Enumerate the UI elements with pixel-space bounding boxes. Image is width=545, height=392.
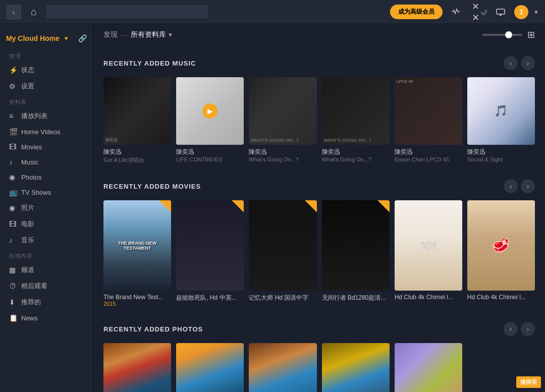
sidebar-item-playlist[interactable]: ≡ 播放列表: [0, 108, 93, 124]
music-next-button[interactable]: ›: [521, 56, 535, 70]
sidebar-item-channels[interactable]: ▦ 频道: [0, 262, 93, 278]
movie-thumb-6: 🥩: [467, 200, 535, 291]
size-slider-control: [482, 34, 522, 36]
channels-icon: ▦: [9, 266, 17, 274]
sidebar-item-news[interactable]: 📋 News: [0, 310, 93, 325]
sidebar-header[interactable]: My Cloud Home ▼ 🔗: [0, 30, 93, 48]
movie-subtitle-1: 2015: [103, 301, 171, 307]
music-card-5[interactable]: LPCD 45 陳奕迅 Eason Chan LPCD 45: [395, 77, 462, 164]
music-title-4: 陳奕迅: [322, 148, 390, 156]
movies-prev-button[interactable]: ‹: [504, 179, 518, 193]
breadcrumb-separator: —: [121, 31, 128, 39]
sidebar-label-watchlater: 稍后观看: [21, 282, 47, 291]
sidebar-label-music: Music: [21, 158, 38, 166]
movie-card-3[interactable]: 记忆大师 Hd 国语中字: [249, 200, 316, 307]
movie-thumb-5: 🍽: [395, 200, 462, 291]
main-layout: My Cloud Home ▼ 🔗 管理 ⚡ 状态 ⚙ 设置 资料库 ≡ 播放列…: [0, 24, 545, 392]
photos-prev-button[interactable]: ‹: [504, 322, 518, 336]
music-title-2: 陳奕迅: [176, 148, 244, 156]
music-card-1[interactable]: 陳奕迅 陳奕迅 Get A Life演唱会: [103, 77, 171, 164]
photo-card-5[interactable]: 壁纸3: [395, 343, 462, 392]
search-input[interactable]: [46, 5, 208, 19]
photo-card-4[interactable]: 壁纸3: [322, 343, 390, 392]
gear-icon: ⚙: [9, 82, 17, 90]
movie-card-4[interactable]: 无间行者 Bd1280超清...: [322, 200, 390, 307]
photo-card-1[interactable]: 壁纸3: [103, 343, 171, 392]
breadcrumb-library[interactable]: 所有资料库: [131, 30, 173, 39]
photo-icon: ◉: [9, 173, 17, 181]
watchlater-icon: ⏱: [9, 282, 17, 290]
movies-next-button[interactable]: ›: [521, 179, 535, 193]
photos-section-header: RECENTLY ADDED PHOTOS ‹ ›: [103, 322, 535, 336]
sidebar-cloud-link-icon[interactable]: 🔗: [78, 34, 87, 42]
avatar-dropdown[interactable]: ▼: [533, 9, 539, 15]
sidebar-label-status: 状态: [21, 66, 34, 75]
sidebar-app-name: My Cloud Home: [6, 34, 60, 42]
photo-card-2[interactable]: 壁纸3: [176, 343, 244, 392]
photo-thumb-3: [249, 343, 316, 392]
sidebar-item-watchlater[interactable]: ⏱ 稍后观看: [0, 278, 93, 294]
camera-icon: ◉: [9, 204, 17, 212]
music-card-4[interactable]: WHAT'S GOING ON...? 陳奕迅 What's Going On.…: [322, 77, 390, 164]
film-cn-icon: 🎞: [9, 220, 17, 228]
movie-card-5[interactable]: 🍽 Hd Club 4k Chimei l...: [395, 200, 462, 307]
sidebar-label-playlist: 播放列表: [21, 111, 47, 121]
music-card-2[interactable]: ▶ 陳奕迅 LIFE CONTINUES: [176, 77, 244, 164]
list-icon: ≡: [9, 112, 17, 120]
size-slider[interactable]: [482, 34, 522, 36]
sidebar-item-music[interactable]: ♪ Music: [0, 154, 93, 170]
movies-cards-row: THE BRAND NEW TESTAMENT The Brand New Te…: [103, 200, 535, 307]
music-prev-button[interactable]: ‹: [504, 56, 518, 70]
sidebar: My Cloud Home ▼ 🔗 管理 ⚡ 状态 ⚙ 设置 资料库 ≡ 播放列…: [0, 24, 93, 392]
sidebar-item-home-videos[interactable]: 🎬 Home Videos: [0, 124, 93, 139]
activity-icon-button[interactable]: [448, 4, 465, 21]
movie-card-1[interactable]: THE BRAND NEW TESTAMENT The Brand New Te…: [103, 200, 171, 307]
sidebar-section-library: 资料库: [0, 94, 93, 108]
photos-next-button[interactable]: ›: [521, 322, 535, 336]
photos-nav: ‹ ›: [504, 322, 535, 336]
sidebar-label-recommended: 推荐的: [21, 298, 41, 307]
music-title-5: 陳奕迅: [395, 148, 462, 156]
sidebar-item-tv-shows[interactable]: 📺 TV Shows: [0, 185, 93, 200]
header-controls: ⊞: [482, 29, 535, 40]
recently-added-photos-section: RECENTLY ADDED PHOTOS ‹ › 壁纸3: [93, 312, 545, 392]
movie-badge-3: [305, 200, 317, 212]
movie-card-2[interactable]: 超能敢死队, Hd 中英...: [176, 200, 244, 307]
movie-thumb-1: THE BRAND NEW TESTAMENT: [103, 200, 171, 291]
photo-card-3[interactable]: 壁纸3: [249, 343, 316, 392]
tools-icon-button[interactable]: ✕ ✕: [470, 4, 487, 21]
grid-view-button[interactable]: ⊞: [527, 29, 535, 40]
music-nav: ‹ ›: [504, 56, 535, 70]
movie-thumb-3: [249, 200, 316, 291]
upgrade-button[interactable]: 成为高级会员: [390, 5, 443, 19]
music-subtitle-1: Get A Life演唱会: [103, 156, 171, 164]
sidebar-item-movies-cn[interactable]: 🎞 电影: [0, 216, 93, 232]
video-icon: 🎬: [9, 128, 17, 136]
sidebar-item-music-cn[interactable]: ♪ 音乐: [0, 232, 93, 248]
sidebar-item-photos-cn[interactable]: ◉ 照片: [0, 200, 93, 216]
home-button[interactable]: ⌂: [26, 5, 41, 20]
music-subtitle-6: Sound & Sight: [467, 156, 535, 162]
sidebar-item-photos[interactable]: ◉ Photos: [0, 170, 93, 185]
music-thumb-6: 🎵: [467, 77, 535, 145]
photo-thumb-5: [395, 343, 462, 392]
cast-icon-button[interactable]: [492, 4, 509, 21]
sidebar-item-recommended[interactable]: ⬇ 推荐的: [0, 294, 93, 310]
sidebar-label-photos-cn: 照片: [21, 203, 34, 212]
music-cn-icon: ♪: [9, 236, 17, 244]
movies-section-title: RECENTLY ADDED MOVIES: [103, 183, 201, 190]
music-subtitle-2: LIFE CONTINUES: [176, 156, 244, 162]
user-avatar[interactable]: 1: [514, 5, 528, 19]
sidebar-item-status[interactable]: ⚡ 状态: [0, 62, 93, 78]
sidebar-item-movies[interactable]: 🎞 Movies: [0, 139, 93, 154]
music-title-6: 陳奕迅: [467, 148, 535, 156]
sidebar-dropdown-arrow: ▼: [64, 35, 69, 41]
lightning-icon: ⚡: [9, 66, 17, 74]
back-button[interactable]: ‹: [6, 5, 21, 20]
sidebar-item-settings[interactable]: ⚙ 设置: [0, 78, 93, 94]
music-card-3[interactable]: WHAT'S GOING ON...? 陳奕迅 What's Going On.…: [249, 77, 316, 164]
music-card-6[interactable]: 🎵 陳奕迅 Sound & Sight: [467, 77, 535, 164]
photo-thumb-4: [322, 343, 390, 392]
movie-card-6[interactable]: 🥩 Hd Club 4k Chimei l...: [467, 200, 535, 307]
music-thumb-5: LPCD 45: [395, 77, 462, 145]
